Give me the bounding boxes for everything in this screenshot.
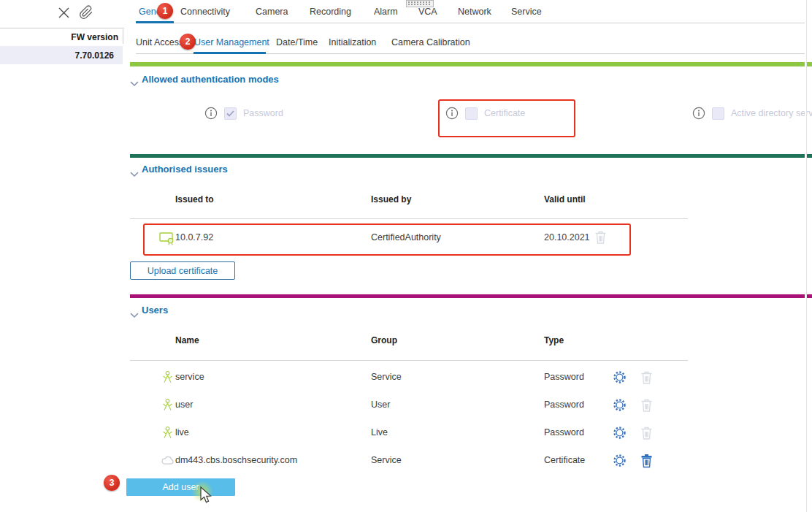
upload-certificate-button[interactable]: Upload certificate bbox=[130, 261, 235, 280]
subtab-camera-calibration[interactable]: Camera Calibration bbox=[391, 37, 470, 47]
tab-connectivity[interactable]: Connectivity bbox=[180, 7, 230, 17]
active-directory-checkbox-label: Active directory server (AD bbox=[731, 108, 812, 118]
users-col-name: Name bbox=[175, 335, 199, 345]
app-window: FW version 7.70.0126 General Connectivit… bbox=[0, 0, 812, 512]
users-col-group: Group bbox=[371, 335, 397, 345]
callout-badge-3: 3 bbox=[104, 475, 120, 491]
password-checkbox-label: Password bbox=[243, 108, 283, 118]
issuers-col-issued-to: Issued to bbox=[175, 194, 214, 205]
left-panel-divider bbox=[0, 28, 124, 28]
trash-icon[interactable] bbox=[640, 398, 653, 416]
user-type: Password bbox=[544, 400, 584, 410]
user-name: dm443.cbs.boschsecurity.com bbox=[175, 455, 297, 465]
chevron-down-icon[interactable] bbox=[130, 167, 139, 180]
scrollbar-track[interactable] bbox=[806, 0, 807, 512]
tab-camera[interactable]: Camera bbox=[256, 7, 288, 17]
auth-modes-section-title[interactable]: Allowed authentication modes bbox=[142, 74, 279, 85]
users-header-divider bbox=[130, 360, 688, 361]
issuers-col-valid-until: Valid until bbox=[544, 194, 586, 205]
users-section-title[interactable]: Users bbox=[142, 305, 168, 316]
issuers-col-issued-by: Issued by bbox=[371, 194, 411, 205]
issuers-section-title[interactable]: Authorised issuers bbox=[142, 164, 228, 175]
tab-service[interactable]: Service bbox=[511, 7, 542, 17]
user-name: service bbox=[175, 372, 204, 382]
fw-version-column-header[interactable]: FW version bbox=[0, 32, 118, 42]
close-icon[interactable] bbox=[57, 6, 71, 23]
trash-icon[interactable] bbox=[640, 370, 653, 388]
subtab-initialization[interactable]: Initialization bbox=[329, 37, 376, 47]
settings-gear-icon[interactable] bbox=[613, 370, 627, 387]
user-type: Password bbox=[544, 427, 584, 438]
user-name: user bbox=[175, 400, 193, 410]
user-group: Live bbox=[371, 427, 388, 438]
tab-general-underline bbox=[136, 21, 174, 23]
callout-badge-2: 2 bbox=[180, 34, 196, 50]
user-group: Service bbox=[371, 372, 402, 382]
add-user-button[interactable]: Add user bbox=[126, 478, 235, 496]
chevron-down-icon[interactable] bbox=[130, 308, 139, 321]
section-bar-magenta bbox=[130, 294, 812, 298]
subtab-user-management[interactable]: User Management bbox=[194, 37, 269, 47]
users-col-type: Type bbox=[544, 335, 564, 345]
subtab-unit-access[interactable]: Unit Access bbox=[136, 37, 183, 47]
password-checkbox[interactable] bbox=[224, 107, 237, 120]
trash-icon[interactable] bbox=[640, 426, 653, 443]
info-icon[interactable] bbox=[204, 107, 218, 123]
settings-gear-icon[interactable] bbox=[613, 454, 627, 470]
section-bar-green bbox=[130, 62, 812, 66]
subtab-user-management-underline bbox=[194, 52, 266, 54]
cloud-icon bbox=[161, 454, 175, 468]
user-group: Service bbox=[371, 455, 402, 465]
tab-network[interactable]: Network bbox=[458, 7, 491, 17]
tab-vca[interactable]: VCA bbox=[418, 7, 437, 17]
chevron-down-icon[interactable] bbox=[130, 77, 139, 90]
callout-box-certificate bbox=[438, 99, 575, 137]
trash-icon[interactable] bbox=[640, 454, 653, 471]
tab-alarm[interactable]: Alarm bbox=[374, 7, 398, 17]
user-icon bbox=[161, 426, 174, 442]
user-group: User bbox=[371, 400, 390, 410]
callout-box-issuer-row bbox=[143, 223, 631, 256]
user-icon bbox=[161, 370, 174, 386]
settings-gear-icon[interactable] bbox=[613, 426, 627, 443]
user-type: Certificate bbox=[544, 455, 585, 465]
tab-bar-divider bbox=[136, 23, 805, 23]
section-bar-teal bbox=[130, 154, 812, 158]
settings-gear-icon[interactable] bbox=[613, 398, 627, 415]
paperclip-icon[interactable] bbox=[79, 5, 93, 23]
user-name: live bbox=[175, 427, 189, 438]
issuers-header-divider bbox=[130, 218, 688, 219]
active-directory-checkbox[interactable] bbox=[712, 107, 724, 120]
user-type: Password bbox=[544, 372, 584, 382]
mouse-cursor-icon bbox=[197, 486, 212, 507]
callout-badge-1: 1 bbox=[157, 3, 173, 19]
fw-version-value: 7.70.0126 bbox=[75, 50, 114, 61]
info-icon[interactable] bbox=[692, 107, 705, 123]
column-separator bbox=[123, 29, 123, 44]
user-icon bbox=[161, 398, 174, 414]
device-row-fw-version[interactable]: 7.70.0126 bbox=[0, 46, 123, 64]
tab-recording[interactable]: Recording bbox=[310, 7, 351, 17]
subtab-date-time[interactable]: Date/Time bbox=[276, 37, 318, 47]
